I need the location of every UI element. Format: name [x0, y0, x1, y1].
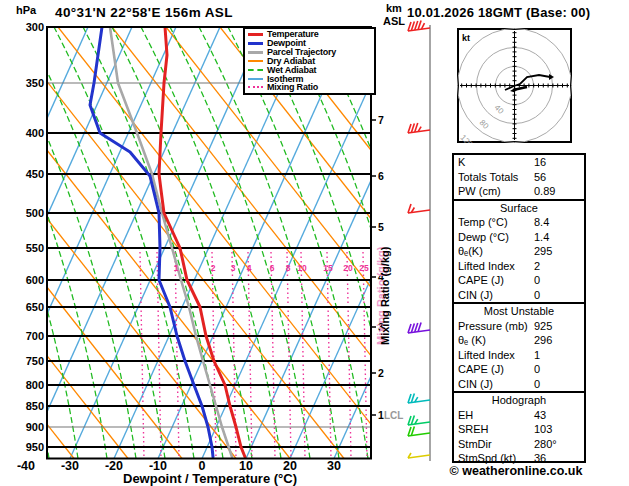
- pressure-tick-label: 900: [26, 421, 44, 433]
- pressure-tick-label: 300: [26, 21, 44, 33]
- table-row-label: StmDir: [458, 437, 534, 452]
- table-row: Totals Totals56: [454, 170, 584, 185]
- table-row-label: CAPE (J): [458, 273, 534, 288]
- table-row-label: Totals Totals: [458, 170, 534, 185]
- legend-line-sample: [248, 86, 263, 88]
- table-row-label: θₑ(K): [458, 244, 534, 259]
- temperature-axis: -40-30-20-100102030Dewpoint / Temperatur…: [17, 459, 341, 486]
- table-row: SREH103: [454, 422, 584, 437]
- table-section: SurfaceTemp (°C)8.4Dewp (°C)1.4θₑ(K)295L…: [454, 199, 584, 303]
- mixing-ratio-label: 8: [286, 263, 291, 273]
- table-row: θₑ(K)295: [454, 244, 584, 259]
- table-row-label: SREH: [458, 422, 534, 437]
- table-row-value: 43: [534, 408, 580, 423]
- legend-item: Wet Adiabat: [248, 66, 374, 74]
- pressure-tick-label: 600: [26, 274, 44, 286]
- table-row-value: 280°: [534, 437, 580, 452]
- km-tick-label: 7: [378, 114, 384, 126]
- table-row-value: 0: [534, 362, 580, 377]
- table-row-label: Temp (°C): [458, 215, 534, 230]
- table-row-label: EH: [458, 408, 534, 423]
- legend-item: Mixing Ratio: [248, 83, 374, 91]
- table-row-value: 0: [534, 288, 580, 303]
- pressure-axis-labels: 3003504004505005506006507007508008509009…: [26, 21, 44, 453]
- table-row: θₑ (K)296: [454, 333, 584, 348]
- hodograph-unit-label: kt: [462, 33, 470, 43]
- mixing-ratio-label: 15: [323, 263, 333, 273]
- km-tick-label: 2: [378, 367, 384, 379]
- mixing-ratio-label: 10: [297, 263, 307, 273]
- table-row: K16: [454, 155, 584, 170]
- pressure-tick-label: 750: [26, 355, 44, 367]
- km-tick-label: 6: [378, 170, 384, 182]
- hodograph: kt4080120: [457, 28, 572, 143]
- table-row: EH43: [454, 408, 584, 423]
- table-row-value: 295: [534, 244, 580, 259]
- table-row-value: 925: [534, 319, 580, 334]
- wind-barb: [408, 427, 430, 436]
- table-row-value: 56: [534, 170, 580, 185]
- mixing-ratio-label: 2: [211, 263, 216, 273]
- pressure-tick-label: 450: [26, 168, 44, 180]
- pressure-tick-label: 950: [26, 441, 44, 453]
- table-row-value: 2: [534, 259, 580, 274]
- mixing-ratio-label: 25: [359, 263, 369, 273]
- wind-barb: [408, 204, 430, 213]
- table-row-label: K: [458, 155, 534, 170]
- mixing-ratio-label: 20: [343, 263, 353, 273]
- pressure-tick-label: 800: [26, 379, 44, 391]
- wind-barb: [408, 394, 430, 403]
- table-row: PW (cm)0.89: [454, 184, 584, 199]
- table-row-label: CIN (J): [458, 288, 534, 303]
- legend-item: Dry Adiabat: [248, 57, 374, 65]
- table-row: CIN (J)0: [454, 377, 584, 392]
- skewt-sounding-page: 1234681015202530035040045050055060065070…: [0, 0, 629, 486]
- table-row-value: 1.4: [534, 230, 580, 245]
- table-row: Lifted Index1: [454, 348, 584, 363]
- pressure-tick-label: 350: [26, 77, 44, 89]
- wind-barb: [408, 416, 430, 425]
- legend-item: Isotherm: [248, 75, 374, 83]
- temperature-tick-label: -40: [17, 459, 35, 473]
- legend-item: Parcel Trajectory: [248, 48, 374, 56]
- x-axis-title: Dewpoint / Temperature (°C): [123, 471, 297, 486]
- pressure-tick-label: 500: [26, 207, 44, 219]
- table-row-value: 16: [534, 155, 580, 170]
- legend-line-sample: [248, 69, 263, 71]
- table-section-header: Most Unstable: [454, 304, 584, 319]
- table-section: Most UnstablePressure (mb)925θₑ (K)296Li…: [454, 302, 584, 391]
- wind-barb: [408, 323, 430, 333]
- legend-item: Temperature: [248, 30, 374, 38]
- pressure-tick-label: 850: [26, 400, 44, 412]
- table-row-label: θₑ (K): [458, 333, 534, 348]
- table-row: Lifted Index2: [454, 259, 584, 274]
- mixing-ratio-label: 4: [247, 263, 252, 273]
- pressure-tick-label: 650: [26, 301, 44, 313]
- wet-adiabat-line: [0, 27, 20, 459]
- mixing-ratio-label: 3: [231, 263, 236, 273]
- km-tick-label: 5: [378, 221, 384, 233]
- pressure-tick-label: 700: [26, 330, 44, 342]
- pressure-tick-label: 550: [26, 242, 44, 254]
- table-row-label: Lifted Index: [458, 259, 534, 274]
- table-section-header: Surface: [454, 201, 584, 216]
- legend-item: Dewpoint: [248, 39, 374, 47]
- table-row: Pressure (mb)925: [454, 319, 584, 334]
- table-row-label: CAPE (J): [458, 362, 534, 377]
- table-row-value: 296: [534, 333, 580, 348]
- table-row: Dewp (°C)1.4: [454, 230, 584, 245]
- wind-barb-column: [408, 21, 430, 461]
- table-row: CIN (J)0: [454, 288, 584, 303]
- table-row-label: CIN (J): [458, 377, 534, 392]
- mixing-ratio-label: 6: [270, 263, 275, 273]
- table-row-value: 0.89: [534, 184, 580, 199]
- table-row-value: 1: [534, 348, 580, 363]
- table-row-value: 0: [534, 377, 580, 392]
- table-row: Temp (°C)8.4: [454, 215, 584, 230]
- legend-line-sample: [248, 33, 263, 36]
- table-row-label: PW (cm): [458, 184, 534, 199]
- table-row-value: 103: [534, 422, 580, 437]
- legend-line-sample: [248, 78, 263, 80]
- copyright-text: © weatheronline.co.uk: [436, 464, 596, 478]
- temperature-tick-label: -30: [61, 459, 79, 473]
